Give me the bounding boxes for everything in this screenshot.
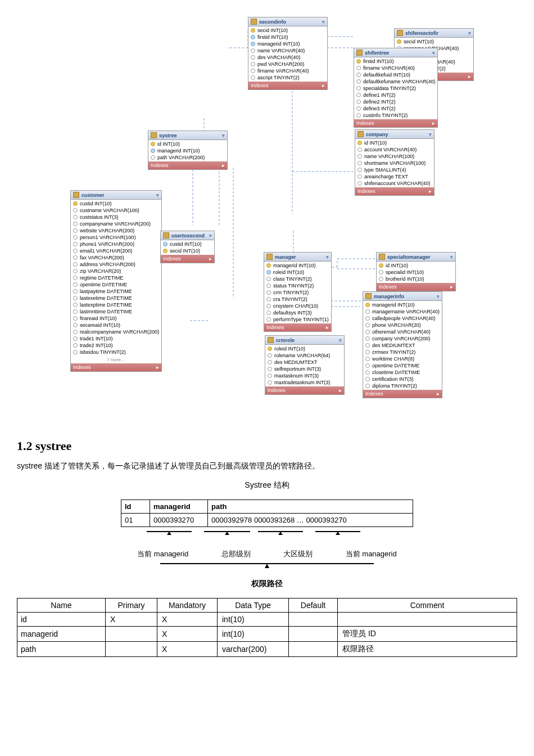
table-row: pathXvarchar(200)权限路径 xyxy=(17,642,517,657)
svg-marker-32 xyxy=(265,564,269,568)
entity-column: path VARCHAR(200) xyxy=(148,154,227,161)
entity-column: des MEDIUMTEXT xyxy=(363,342,442,349)
entity-column: regtime DATETIME xyxy=(71,274,161,281)
entity-column: ascript TINYINT(2) xyxy=(248,74,327,81)
label-cur2: 当前 managerid xyxy=(346,549,397,559)
entity-column: calledpeople VARCHAR(40) xyxy=(363,315,442,322)
entity-manager: manager▾managerid INT(10)roleid INT(10)c… xyxy=(264,252,332,332)
label-cur-managerid: 当前 managerid xyxy=(137,549,188,559)
chevron-down-icon: ▾ xyxy=(156,192,159,198)
entity-column: secid INT(10) xyxy=(395,38,473,45)
entity-column: firname VARCHAR(40) xyxy=(248,68,327,74)
entity-shifentree: shifentree▾firstid INT(10)firname VARCHA… xyxy=(354,48,438,128)
big-arrow xyxy=(121,562,413,574)
entity-column: type SMALLINT(4) xyxy=(355,166,434,173)
entity-column: selfreportnum INT(3) xyxy=(265,366,344,372)
entity-column: id INT(10) xyxy=(355,140,434,146)
entity-column: worktime CHAR(8) xyxy=(363,356,442,362)
entity-header: usertosecond▾ xyxy=(161,231,214,240)
entity-column: opentime DATETIME xyxy=(363,362,442,369)
entity-column: shortname VARCHAR(100) xyxy=(355,160,434,166)
struct-th-path: path xyxy=(208,500,413,514)
entity-specialtomanager: specialtomanager▾id INT(10)specialid INT… xyxy=(376,252,456,291)
entity-column: address VARCHAR(200) xyxy=(71,261,161,268)
entity-footer: Indexes▸ xyxy=(377,283,455,291)
section-description: systree 描述了管辖关系，每一条记录描述了从管理员自己到最高级管理员的管辖… xyxy=(17,461,517,471)
entity-footer: Indexes▸ xyxy=(71,363,161,371)
entity-customer: customer▾custid INT(10)custname VARCHAR(… xyxy=(70,190,162,372)
entity-column: managerid INT(10) xyxy=(363,302,442,308)
entity-column: companyname VARCHAR(200) xyxy=(71,220,161,227)
entity-column: fax VARCHAR(200) xyxy=(71,254,161,261)
chevron-down-icon: ▾ xyxy=(339,338,342,343)
entity-column: managername VARCHAR(40) xyxy=(363,308,442,315)
perm-path-label: 权限路径 xyxy=(121,579,413,589)
chevron-down-icon: ▾ xyxy=(450,254,453,260)
entity-company: company▾id INT(10)account VARCHAR(40)nam… xyxy=(355,129,435,196)
entity-column: person1 VARCHAR(100) xyxy=(71,234,161,241)
entity-managerinfo: managerinfo▾managerid INT(10)managername… xyxy=(363,291,442,398)
chevron-down-icon: ▾ xyxy=(429,132,432,137)
entity-footer: Indexes▸ xyxy=(161,255,214,263)
label-hq: 总部级别 xyxy=(221,549,251,559)
entity-usertosecond: usertosecond▾custid INT(10)secid INT(10)… xyxy=(160,231,215,263)
entity-column: cra TINYINT(2) xyxy=(264,296,331,303)
entity-header: shifentree▾ xyxy=(354,48,437,57)
struct-th-managerid: managerid xyxy=(150,500,208,514)
entity-column: des MEDIUMTEXT xyxy=(265,359,344,366)
entity-column: isbeidou TINYINT(2) xyxy=(71,349,161,356)
entity-crmrole: crmrole▾roleid INT(10)rolename VARCHAR(6… xyxy=(265,335,345,395)
entity-column: diploma TINYINT(2) xyxy=(363,382,442,389)
field-table: Name Primary Mandatory Data Type Default… xyxy=(17,598,517,657)
entity-column: status TINYINT(2) xyxy=(264,282,331,289)
entity-footer: Indexes▸ xyxy=(265,386,344,394)
chevron-down-icon: ▾ xyxy=(222,133,225,138)
entity-column: lastexptime DATETIME xyxy=(71,302,161,308)
chevron-down-icon: ▾ xyxy=(322,19,325,25)
entity-header: customer▾ xyxy=(71,191,161,200)
entity-column: maxtasknum INT(3) xyxy=(265,372,344,379)
entity-column: lastexetime DATETIME xyxy=(71,295,161,302)
entity-column: secareaid INT(10) xyxy=(71,322,161,328)
section-heading: 1.2 systree xyxy=(17,439,517,453)
entity-column: lastpaytime DATETIME xyxy=(71,288,161,295)
entity-column: class TINYINT(2) xyxy=(264,276,331,282)
entity-column: shifenaccount VARCHAR(40) xyxy=(355,180,434,187)
entity-column: custinfo TINYINT(2) xyxy=(354,112,437,119)
entity-column: firname VARCHAR(40) xyxy=(354,65,437,71)
entity-header: secondinfo▾ xyxy=(248,17,327,26)
entity-column: specialdata TINYINT(2) xyxy=(354,85,437,92)
table-row: idXXint(10) xyxy=(17,613,517,627)
entity-systree: systree▾id INT(10)managerid INT(10)path … xyxy=(148,130,228,170)
entity-column: trade2 INT(10) xyxy=(71,342,161,349)
entity-column: id INT(10) xyxy=(377,262,455,269)
entity-footer: Indexes▸ xyxy=(148,161,227,169)
entity-column: firstid INT(10) xyxy=(354,58,437,65)
entity-column: id INT(10) xyxy=(148,141,227,147)
entity-column: company VARCHAR(200) xyxy=(363,335,442,342)
entity-column: opentime DATETIME xyxy=(71,281,161,288)
chevron-down-icon: ▾ xyxy=(437,294,440,299)
entity-column: certification INT(3) xyxy=(363,376,442,382)
entity-secondinfo: secondinfo▾secid INT(10)firstid INT(10)m… xyxy=(248,17,328,90)
entity-column: website VARCHAR(200) xyxy=(71,227,161,234)
entity-column: areaincharge TEXT xyxy=(355,173,434,180)
chevron-down-icon: ▾ xyxy=(326,254,329,260)
entity-column: managerid INT(10) xyxy=(148,147,227,154)
entity-column: phone1 VARCHAR(200) xyxy=(71,241,161,248)
entity-column: account VARCHAR(40) xyxy=(355,146,434,153)
struct-labels: 当前 managerid 总部级别 大区级别 当前 managerid xyxy=(121,549,413,559)
entity-header: manager▾ xyxy=(264,253,331,262)
table-row: 01 0000393270 0000392978 0000393268 … 00… xyxy=(121,514,413,527)
struct-th-id: Id xyxy=(121,500,150,514)
entity-column: firstid INT(10) xyxy=(248,34,327,40)
entity-column: brotherid INT(10) xyxy=(377,276,455,282)
entity-column: managerid INT(10) xyxy=(264,262,331,269)
label-region: 大区级别 xyxy=(283,549,313,559)
entity-column: managerid INT(10) xyxy=(248,40,327,47)
table-row: manageridXint(10)管理员 ID xyxy=(17,627,517,642)
entity-header: managerinfo▾ xyxy=(363,292,442,301)
entity-column: maxtradetasknum INT(3) xyxy=(265,379,344,386)
chevron-down-icon: ▾ xyxy=(432,50,435,56)
entity-column: lastmnttime DATETIME xyxy=(71,308,161,315)
